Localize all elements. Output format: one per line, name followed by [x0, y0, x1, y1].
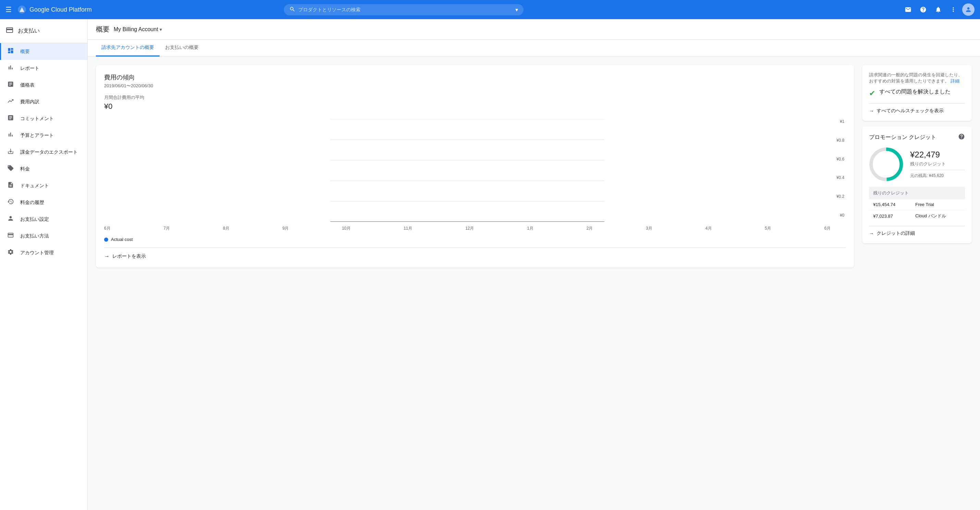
promo-title-row: プロモーション クレジット — [869, 133, 965, 142]
sidebar-label-payment-method: お支払い方法 — [20, 233, 49, 239]
notifications-button[interactable] — [932, 3, 944, 16]
chart-legend: Actual cost — [104, 237, 846, 242]
credit-table-header-label: 残りのクレジット — [869, 187, 965, 199]
sidebar-icon-documents — [6, 181, 15, 190]
sidebar-label-cost-breakdown: 費用内訳 — [20, 99, 40, 105]
sidebar-icon-payment-settings — [6, 215, 15, 224]
promo-original-label: 元の残高: ¥45,620 — [910, 173, 965, 179]
chart-x-label: 12月 — [465, 226, 474, 231]
chart-x-label: 5月 — [765, 226, 772, 231]
sidebar-label-billing-history: 料金の履歴 — [20, 200, 44, 206]
topbar-logo-text: Google Cloud Platform — [29, 6, 92, 13]
sidebar-item-account-management[interactable]: アカウント管理 — [0, 245, 88, 261]
legend-label: Actual cost — [111, 237, 133, 242]
sidebar-label-pricelist: 価格表 — [20, 82, 35, 88]
credit-detail-arrow: → — [869, 231, 874, 236]
chart-x-label: 2月 — [587, 226, 593, 231]
right-panel: 請求関連の一般的な問題の発生を回避したり、おすすめの対策を適用したりできます。 … — [862, 65, 972, 276]
credit-type: Cloud バンドル — [911, 210, 965, 222]
sidebar-icon-budget-alerts — [6, 131, 15, 140]
sidebar-item-pricelist[interactable]: 価格表 — [0, 77, 88, 94]
chart-y-label: ¥0.4 — [832, 175, 845, 180]
tab-payment-overview[interactable]: お支払いの概要 — [159, 40, 204, 56]
chart-y-label: ¥0.6 — [832, 157, 845, 162]
credit-amount: ¥7,023.87 — [869, 210, 911, 222]
chart-y-label: ¥1 — [832, 119, 845, 124]
sidebar: お支払い 概要レポート価格表費用内訳コミットメント予算とアラート課金データのエク… — [0, 19, 88, 510]
legend-dot — [104, 238, 108, 241]
search-icon — [290, 6, 296, 13]
donut-chart — [869, 147, 903, 181]
sidebar-label-documents: ドキュメント — [20, 183, 49, 189]
promo-divider — [910, 170, 965, 170]
sidebar-label-account-management: アカウント管理 — [20, 250, 54, 256]
sidebar-item-export[interactable]: 課金データのエクスポート — [0, 144, 88, 160]
chart-y-label: ¥0.2 — [832, 194, 845, 199]
sidebar-items-container: 概要レポート価格表費用内訳コミットメント予算とアラート課金データのエクスポート料… — [0, 43, 88, 261]
sidebar-icon-cost-breakdown — [6, 97, 15, 106]
sidebar-label-commitment: コミットメント — [20, 116, 54, 122]
chart-date-range: 2019/06/01〜2020/06/30 — [104, 83, 846, 89]
help-button[interactable] — [917, 3, 929, 16]
sidebar-label-budget-alerts: 予算とアラート — [20, 132, 54, 138]
tab-billing-account[interactable]: 請求先アカウントの概要 — [96, 40, 159, 56]
sidebar-icon-reports — [6, 64, 15, 73]
chart-inner: 6月7月8月9月10月11月12月1月2月3月4月5月6月 — [104, 119, 831, 231]
chart-x-label: 9月 — [283, 226, 289, 231]
search-bar[interactable]: ▾ — [284, 4, 523, 15]
billing-header-icon — [5, 26, 14, 36]
chart-svg — [104, 119, 831, 222]
credit-table-body: ¥15,454.74Free Trial¥7,023.87Cloud バンドル — [869, 199, 965, 222]
sidebar-label-overview: 概要 — [20, 49, 30, 55]
chart-x-label: 3月 — [646, 226, 652, 231]
menu-icon[interactable]: ☰ — [5, 5, 12, 14]
report-link[interactable]: → レポートを表示 — [104, 248, 846, 259]
main-panel: 費用の傾向 2019/06/01〜2020/06/30 月間合計費用の平均 ¥0 — [96, 65, 854, 276]
health-card: 請求関連の一般的な問題の発生を回避したり、おすすめの対策を適用したりできます。 … — [862, 65, 972, 121]
search-dropdown-icon[interactable]: ▾ — [515, 6, 518, 13]
sidebar-item-payment-settings[interactable]: お支払い設定 — [0, 211, 88, 227]
email-button[interactable] — [902, 3, 914, 16]
promo-amount: ¥22,479 — [910, 150, 965, 159]
chart-x-labels: 6月7月8月9月10月11月12月1月2月3月4月5月6月 — [104, 226, 831, 231]
promo-title: プロモーション クレジット — [869, 134, 936, 141]
search-input[interactable] — [298, 7, 512, 12]
sidebar-item-commitment[interactable]: コミットメント — [0, 110, 88, 127]
sidebar-item-documents[interactable]: ドキュメント — [0, 177, 88, 194]
chart-container: 6月7月8月9月10月11月12月1月2月3月4月5月6月 ¥0¥0.2¥0.4… — [104, 119, 846, 231]
credit-row: ¥15,454.74Free Trial — [869, 199, 965, 210]
chart-x-label: 7月 — [164, 226, 170, 231]
sidebar-item-payment-method[interactable]: お支払い方法 — [0, 227, 88, 245]
chart-x-label: 10月 — [342, 226, 350, 231]
account-selector[interactable]: My Billing Account ▾ — [114, 26, 162, 33]
sidebar-item-budget-alerts[interactable]: 予算とアラート — [0, 127, 88, 144]
sidebar-label-reports: レポート — [20, 65, 40, 71]
promo-help-icon[interactable] — [958, 133, 965, 142]
main-content: 概要 My Billing Account ▾ 請求先アカウントの概要 お支払い… — [88, 19, 980, 510]
sidebar-header: お支払い — [0, 19, 88, 43]
credit-detail-link[interactable]: → クレジットの詳細 — [869, 226, 965, 237]
health-detail-link[interactable]: 詳細 — [951, 78, 959, 84]
account-dropdown-arrow: ▾ — [159, 27, 162, 32]
sidebar-icon-commitment — [6, 114, 15, 123]
chart-x-label: 8月 — [223, 226, 229, 231]
promo-info: ¥22,479 残りのクレジット 元の残高: ¥45,620 — [910, 150, 965, 179]
user-avatar[interactable] — [962, 3, 975, 16]
health-link[interactable]: → すべてのヘルスチェックを表示 — [869, 103, 965, 114]
chart-avg-value: ¥0 — [104, 102, 846, 111]
sidebar-label-export: 課金データのエクスポート — [20, 149, 78, 156]
sidebar-item-overview[interactable]: 概要 — [0, 43, 88, 60]
sidebar-item-reports[interactable]: レポート — [0, 60, 88, 77]
health-check-icon: ✔ — [869, 89, 875, 98]
credit-table-header: 残りのクレジット — [869, 187, 965, 199]
sidebar-label-payment-settings: お支払い設定 — [20, 216, 49, 222]
sidebar-item-cost-breakdown[interactable]: 費用内訳 — [0, 94, 88, 110]
sidebar-item-pricing[interactable]: 料金 — [0, 160, 88, 177]
more-options-button[interactable] — [947, 3, 959, 16]
chart-avg-label: 月間合計費用の平均 — [104, 94, 846, 101]
chart-y-labels: ¥0¥0.2¥0.4¥0.6¥0.8¥1 — [832, 119, 846, 218]
credit-detail-text: クレジットの詳細 — [877, 230, 915, 237]
sidebar-item-billing-history[interactable]: 料金の履歴 — [0, 194, 88, 211]
credit-row: ¥7,023.87Cloud バンドル — [869, 210, 965, 222]
page-header: 概要 My Billing Account ▾ — [88, 19, 980, 40]
